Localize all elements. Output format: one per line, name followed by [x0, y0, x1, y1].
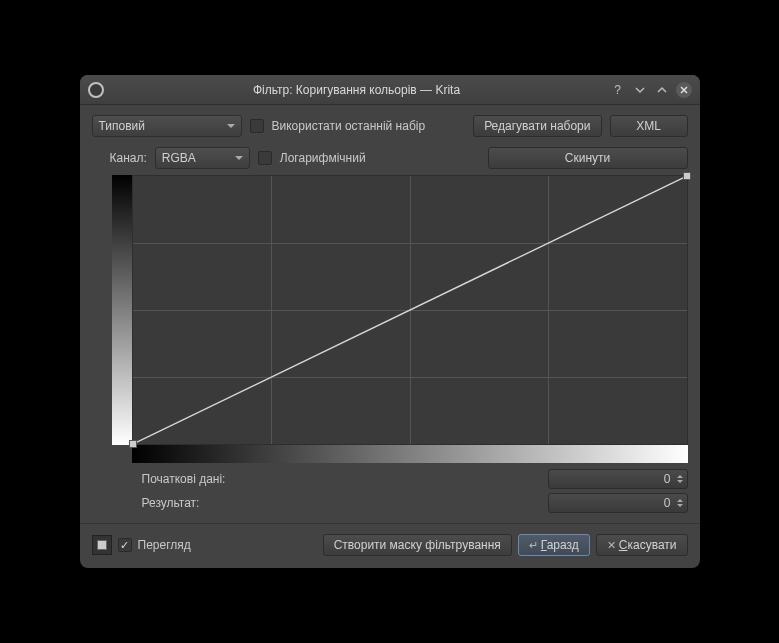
spin-up-icon[interactable] — [677, 475, 683, 478]
curve-editor[interactable] — [112, 175, 688, 463]
vertical-gradient — [112, 175, 132, 445]
edit-presets-button[interactable]: Редагувати набори — [473, 115, 601, 137]
input-value: 0 — [555, 472, 671, 486]
output-spinbox[interactable]: 0 — [548, 493, 688, 513]
spin-down-icon[interactable] — [677, 480, 683, 483]
x-icon: ✕ — [607, 539, 616, 552]
close-icon[interactable] — [676, 82, 692, 98]
cancel-button[interactable]: ✕ Скасувати — [596, 534, 688, 556]
create-mask-button[interactable]: Створити маску фільтрування — [323, 534, 512, 556]
maximize-icon[interactable] — [654, 82, 670, 98]
output-value: 0 — [555, 496, 671, 510]
preset-value: Типовий — [99, 119, 145, 133]
reset-button[interactable]: Скинути — [488, 147, 688, 169]
output-label: Результат: — [142, 496, 272, 510]
preview-checkbox[interactable] — [118, 538, 132, 552]
horizontal-gradient — [132, 445, 688, 463]
minimize-icon[interactable] — [632, 82, 648, 98]
channel-select[interactable]: RGBA — [155, 147, 250, 169]
logarithmic-checkbox[interactable] — [258, 151, 272, 165]
curve-canvas[interactable] — [132, 175, 688, 445]
return-icon: ↵ — [529, 539, 538, 552]
xml-button[interactable]: XML — [610, 115, 688, 137]
ok-button[interactable]: ↵ Гаразд — [518, 534, 590, 556]
curve-handle[interactable] — [129, 440, 137, 448]
dialog-title: Фільтр: Коригування кольорів — Krita — [104, 83, 610, 97]
krita-icon — [88, 82, 104, 98]
channel-value: RGBA — [162, 151, 196, 165]
color-adjustment-dialog: Фільтр: Коригування кольорів — Krita ? Т… — [80, 75, 700, 568]
help-icon[interactable]: ? — [610, 82, 626, 98]
preview-label: Перегляд — [138, 538, 191, 552]
preset-select[interactable]: Типовий — [92, 115, 242, 137]
titlebar: Фільтр: Коригування кольорів — Krita ? — [80, 75, 700, 105]
spin-up-icon[interactable] — [677, 499, 683, 502]
channel-label: Канал: — [110, 151, 147, 165]
logarithmic-label: Логарифмічний — [280, 151, 366, 165]
input-label: Початкові дані: — [142, 472, 272, 486]
use-last-label: Використати останній набір — [272, 119, 426, 133]
view-mode-button[interactable] — [92, 535, 112, 555]
svg-line-0 — [133, 176, 687, 444]
spin-down-icon[interactable] — [677, 504, 683, 507]
input-spinbox[interactable]: 0 — [548, 469, 688, 489]
curve-handle[interactable] — [683, 172, 691, 180]
use-last-checkbox[interactable] — [250, 119, 264, 133]
